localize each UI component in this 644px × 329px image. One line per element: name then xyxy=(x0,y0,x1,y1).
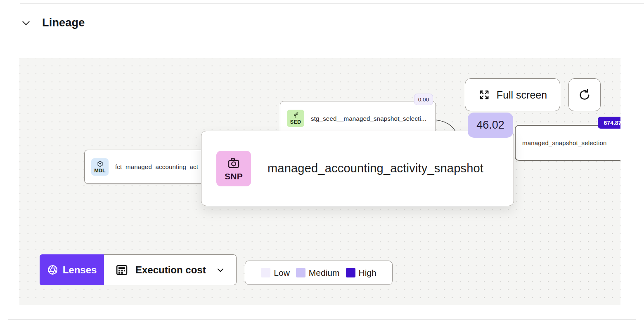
lenses-bar: Lenses Execution cost xyxy=(40,254,237,285)
hover-card-title: managed_accounting_activity_snapshot xyxy=(268,162,483,175)
selected-lens-label: Execution cost xyxy=(135,264,209,276)
top-divider xyxy=(20,3,644,4)
node-label: fct_managed_accounting_act xyxy=(115,163,198,170)
medium-swatch xyxy=(296,268,305,277)
lenses-button[interactable]: Lenses xyxy=(40,254,104,285)
model-type-label: MDL xyxy=(94,168,106,174)
legend-item-high: High xyxy=(346,268,376,278)
legend-item-low: Low xyxy=(261,268,290,278)
legend-label: Medium xyxy=(309,268,340,278)
lineage-canvas[interactable]: SED stg_seed__managed_snapshot_selecti..… xyxy=(19,58,620,305)
refresh-icon xyxy=(578,88,591,101)
snapshot-type-label: SNP xyxy=(225,172,243,181)
legend-item-medium: Medium xyxy=(296,268,340,278)
cost-legend: Low Medium High xyxy=(245,261,393,285)
fullscreen-button[interactable]: Full screen xyxy=(465,78,560,111)
aperture-icon xyxy=(47,264,58,275)
fullscreen-label: Full screen xyxy=(497,89,547,101)
high-swatch xyxy=(346,268,355,277)
seedling-icon xyxy=(292,112,299,119)
cost-badge-low: 0.00 xyxy=(414,94,433,105)
lens-selector[interactable]: Execution cost xyxy=(104,254,237,285)
cost-badge-medium: 46.02 xyxy=(468,113,513,138)
section-header: Lineage xyxy=(20,16,85,29)
node-label: managed_snapshot_selection xyxy=(522,139,607,146)
node-label: stg_seed__managed_snapshot_selecti... xyxy=(311,115,426,122)
cube-icon xyxy=(97,160,104,167)
seed-type-badge: SED xyxy=(287,110,304,127)
refresh-button[interactable] xyxy=(568,78,601,111)
page-title: Lineage xyxy=(42,16,85,29)
expand-icon xyxy=(478,89,490,101)
seed-type-label: SED xyxy=(290,119,301,125)
legend-label: Low xyxy=(274,268,290,278)
node-snapshot-hover-card[interactable]: SNP managed_accounting_activity_snapshot xyxy=(201,131,514,206)
camera-icon xyxy=(226,155,241,170)
model-type-badge: MDL xyxy=(91,158,109,176)
table-icon xyxy=(115,263,129,277)
node-managed-snapshot-selection[interactable]: managed_snapshot_selection xyxy=(515,125,620,161)
cost-badge-high: 674.87 xyxy=(598,117,620,129)
lineage-page: Lineage SED stg_seed__managed_snapshot_s… xyxy=(0,0,644,329)
legend-label: High xyxy=(359,268,376,278)
lenses-label: Lenses xyxy=(63,264,97,276)
low-swatch xyxy=(261,268,270,277)
chevron-down-icon xyxy=(215,265,225,275)
snapshot-type-badge: SNP xyxy=(216,151,251,186)
chevron-down-icon xyxy=(20,17,32,29)
collapse-section-button[interactable] xyxy=(20,17,32,29)
bottom-divider xyxy=(8,319,636,320)
